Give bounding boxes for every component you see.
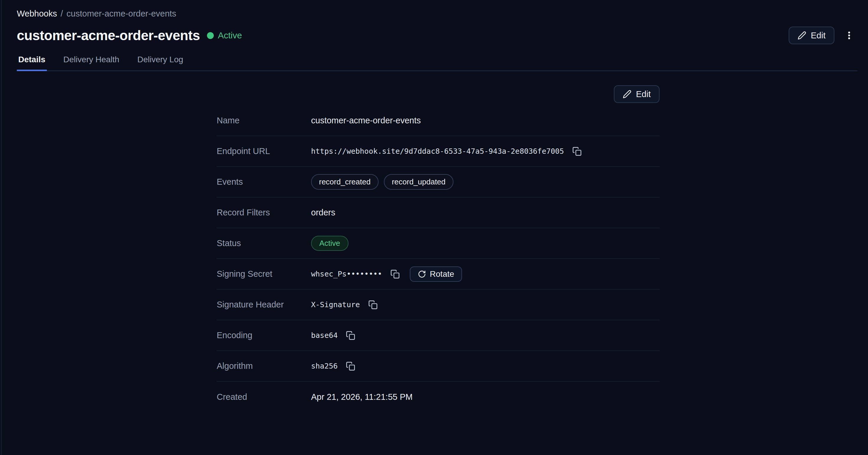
event-badges: record_createdrecord_updated [311,174,454,190]
detail-row: Namecustomer-acme-order-events [217,105,659,136]
detail-row: Endpoint URLhttps://webhook.site/9d7ddac… [217,136,659,167]
breadcrumb: Webhooks / customer-acme-order-events [17,9,857,19]
field-value: orders [311,208,335,218]
field-value-mono: whsec_Ps•••••••• [311,270,382,278]
field-value-mono: X-Signature [311,301,360,309]
copy-icon [368,300,378,310]
tab-bar: DetailsDelivery HealthDelivery Log [17,55,857,71]
copy-button[interactable] [345,330,356,341]
field-value: customer-acme-order-events [311,116,421,125]
rotate-button[interactable]: Rotate [410,266,462,282]
field-value: sha256 [311,361,356,371]
field-value: base64 [311,330,356,341]
detail-row: Record Filtersorders [217,197,659,228]
edit-button-label: Edit [636,90,651,98]
field-label: Events [217,177,311,187]
rotate-button-label: Rotate [430,270,454,278]
pencil-icon [623,90,631,98]
copy-icon [346,362,355,371]
copy-icon [390,269,400,279]
event-badge: record_updated [384,174,454,190]
field-label: Signature Header [217,300,311,310]
pencil-icon [798,31,806,40]
copy-button[interactable] [572,146,582,157]
edit-details-button[interactable]: Edit [614,85,659,103]
field-label: Algorithm [217,361,311,371]
sidebar-edge [0,0,2,455]
page-header: customer-acme-order-events Active Edit [17,27,857,44]
copy-button[interactable] [368,300,378,310]
field-value-mono: base64 [311,331,338,340]
edit-button-label: Edit [811,31,826,40]
kebab-menu-icon [844,30,855,41]
field-value: Apr 21, 2026, 11:21:55 PM [311,392,412,402]
field-label: Endpoint URL [217,146,311,156]
field-value-mono: https://webhook.site/9d7ddac8-6533-47a5-… [311,147,564,155]
copy-icon [572,147,582,156]
field-value-mono: sha256 [311,362,338,370]
breadcrumb-webhooks-link[interactable]: Webhooks [17,9,57,19]
field-label: Created [217,392,311,402]
field-label: Signing Secret [217,269,311,279]
field-value: record_createdrecord_updated [311,174,454,190]
field-value-text: Apr 21, 2026, 11:21:55 PM [311,392,412,402]
field-label: Encoding [217,331,311,340]
field-value-text: orders [311,208,335,218]
copy-button[interactable] [390,269,400,279]
detail-row: CreatedApr 21, 2026, 11:21:55 PM [217,381,659,412]
more-actions-button[interactable] [841,28,857,43]
field-value-text: customer-acme-order-events [311,116,421,125]
status-dot-icon [207,32,214,39]
field-value: whsec_Ps••••••••Rotate [311,266,462,282]
rotate-cw-icon [418,270,426,278]
field-label: Name [217,116,311,125]
copy-icon [346,331,355,340]
field-value: https://webhook.site/9d7ddac8-6533-47a5-… [311,146,582,157]
detail-row: Signing Secretwhsec_Ps••••••••Rotate [217,259,659,289]
details-list: Namecustomer-acme-order-eventsEndpoint U… [217,105,659,412]
edit-webhook-button[interactable]: Edit [789,27,834,44]
field-label: Status [217,238,311,248]
detail-row: Encodingbase64 [217,320,659,351]
breadcrumb-separator: / [61,9,63,19]
detail-row: StatusActive [217,228,659,259]
status-badge: Active [311,236,348,251]
copy-button[interactable] [345,361,356,371]
detail-row: Eventsrecord_createdrecord_updated [217,167,659,197]
field-label: Record Filters [217,208,311,218]
event-badge: record_created [311,174,379,190]
header-status-label: Active [218,30,242,40]
tab-details[interactable]: Details [17,55,47,70]
breadcrumb-current: customer-acme-order-events [67,9,176,19]
tab-delivery-health[interactable]: Delivery Health [62,55,121,70]
tab-delivery-log[interactable]: Delivery Log [136,55,185,70]
page-title: customer-acme-order-events [17,27,200,44]
field-value: X-Signature [311,300,378,310]
webhook-detail-page: Webhooks / customer-acme-order-events cu… [0,0,868,412]
field-value: Active [311,236,348,251]
details-panel: Edit Namecustomer-acme-order-eventsEndpo… [217,71,659,412]
detail-row: Algorithmsha256 [217,351,659,381]
detail-row: Signature HeaderX-Signature [217,289,659,320]
